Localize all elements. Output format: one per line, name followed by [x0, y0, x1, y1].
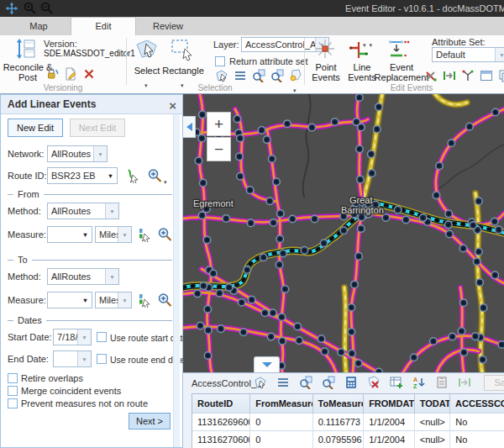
from-unit-select[interactable]: Miles	[95, 226, 132, 243]
pick-from-measure-icon[interactable]	[137, 227, 152, 242]
svg-text:A: A	[413, 377, 417, 382]
column-header[interactable]: FromMeasure	[250, 394, 312, 414]
network-select-arrow[interactable]	[93, 146, 107, 161]
save-button[interactable]: Save	[484, 375, 504, 391]
return-attribute-set-checkbox[interactable]	[215, 56, 225, 66]
start-date-combo[interactable]: 7/18/	[53, 329, 92, 345]
to-unit-arrow[interactable]	[118, 293, 131, 308]
close-icon[interactable]	[169, 98, 176, 113]
route-id-combo-arrow[interactable]	[104, 168, 117, 183]
zoom-to-from-measure-icon[interactable]	[157, 227, 172, 242]
versioning-group-label: Versioning	[0, 83, 126, 92]
show-records-icon[interactable]	[276, 376, 290, 389]
from-measure-label: Measure:	[8, 229, 46, 240]
panel-scrollbar[interactable]	[173, 114, 180, 447]
attribute-set-label: Attribute Set:	[432, 37, 486, 47]
end-date-combo[interactable]	[53, 350, 92, 367]
lock-icon[interactable]	[45, 67, 59, 81]
layer-label: Layer:	[213, 40, 239, 50]
field-calculator-icon[interactable]	[344, 376, 358, 389]
to-unit-select[interactable]: Miles	[95, 292, 132, 308]
cell-tomeasure: 0.0795596	[313, 431, 365, 448]
copy-attributes-icon[interactable]	[435, 376, 449, 389]
show-records-icon[interactable]	[234, 69, 247, 82]
pan-icon[interactable]	[5, 2, 18, 15]
use-route-start-date-checkbox[interactable]	[97, 332, 107, 342]
zoom-to-selection-icon[interactable]	[252, 69, 265, 82]
point-events-button[interactable]: Point Events	[307, 63, 344, 82]
column-header[interactable]: TODATE	[415, 394, 450, 414]
line-events-dropdown-icon[interactable]	[363, 35, 373, 50]
table-row[interactable]: 11316269600 0 0.1116773 1/1/2004 <null> …	[192, 414, 504, 431]
to-measure-arrow[interactable]	[79, 293, 92, 308]
from-measure-arrow[interactable]	[79, 227, 92, 242]
route-id-combo[interactable]: BSR23 EB	[47, 167, 118, 184]
zoom-to-route-icon[interactable]	[147, 168, 162, 183]
cell-todate: <null>	[415, 414, 450, 431]
event-window-icon[interactable]	[480, 69, 493, 82]
use-route-end-date-checkbox[interactable]	[97, 354, 107, 364]
zoom-in-icon[interactable]	[24, 2, 36, 14]
column-header[interactable]: FROMDATE	[364, 394, 415, 414]
column-header[interactable]: ACCESSCONTROL	[450, 394, 504, 414]
next-button[interactable]: Next >	[129, 413, 171, 430]
prevent-measures-checkbox[interactable]	[8, 398, 18, 408]
measure-event-icon[interactable]	[443, 69, 456, 82]
pan-to-selection-icon[interactable]	[270, 69, 284, 82]
network-label: Network:	[8, 149, 44, 159]
zoom-out-icon[interactable]	[40, 2, 53, 14]
chevron-down-icon	[261, 361, 273, 368]
cell-frommeasure: 0	[250, 431, 312, 448]
start-date-label: Start Date:	[8, 332, 52, 342]
rectangle-button[interactable]: Rectangle	[160, 66, 207, 76]
edit-version-icon[interactable]	[64, 67, 77, 81]
end-date-arrow[interactable]	[77, 351, 91, 366]
new-edit-button[interactable]: New Edit	[8, 119, 63, 137]
map-zoom-in-button[interactable]: +	[207, 112, 231, 136]
tab-edit[interactable]: Edit	[71, 17, 136, 35]
zoom-to-selection-icon[interactable]	[299, 376, 312, 389]
rectangle-tool-icon	[170, 37, 195, 62]
from-method-arrow[interactable]	[105, 203, 118, 219]
tab-review[interactable]: Review	[136, 17, 200, 35]
from-method-select[interactable]: AllRoutes	[47, 203, 119, 219]
pick-to-measure-icon[interactable]	[137, 293, 152, 308]
table-row[interactable]: 11316270600 0 0.0795596 1/1/2004 <null> …	[192, 431, 504, 448]
delete-event-icon[interactable]	[424, 69, 438, 82]
to-measure-combo[interactable]	[47, 292, 92, 308]
to-method-select[interactable]: AllRoutes	[47, 268, 119, 285]
add-records-icon[interactable]	[390, 376, 403, 389]
merge-coincident-checkbox[interactable]	[8, 386, 18, 396]
copy-event-icon[interactable]	[498, 69, 504, 82]
network-select[interactable]: AllRoutes	[47, 145, 108, 162]
from-measure-combo[interactable]	[47, 226, 92, 243]
column-header[interactable]: RouteID	[192, 394, 250, 414]
attribute-set-select[interactable]: Default	[432, 47, 504, 62]
toggle-table-button[interactable]	[254, 356, 280, 372]
select-features-icon[interactable]	[215, 69, 228, 82]
select-features-icon[interactable]	[254, 376, 267, 389]
event-replacement-button[interactable]: Event Replacement	[373, 63, 430, 82]
to-method-arrow[interactable]	[105, 269, 118, 284]
split-event-icon[interactable]	[461, 69, 475, 82]
attribute-set-arrow[interactable]	[495, 48, 504, 61]
collapse-panel-button[interactable]	[183, 116, 196, 138]
zoom-to-to-measure-icon[interactable]	[157, 293, 172, 308]
sort-icon[interactable]: AZ	[412, 376, 426, 389]
tab-map[interactable]: Map	[7, 17, 71, 35]
map-zoom-out-button[interactable]: −	[207, 137, 231, 161]
map-view[interactable]: Egremont Great Barrington + −	[183, 94, 504, 372]
clear-selection-icon[interactable]	[367, 376, 381, 389]
from-unit-arrow[interactable]	[118, 227, 131, 242]
from-unit-value: Miles	[96, 229, 118, 240]
pan-to-selection-icon[interactable]	[322, 376, 335, 389]
apply-offset-icon[interactable]	[458, 376, 471, 389]
column-header[interactable]: ToMeasure	[313, 394, 365, 414]
delete-version-icon[interactable]	[82, 67, 96, 81]
start-date-arrow[interactable]	[77, 329, 91, 345]
retire-overlaps-checkbox[interactable]	[8, 373, 18, 383]
next-edit-button[interactable]: Next Edit	[70, 119, 125, 137]
zoom-to-route-dropdown-icon[interactable]	[164, 172, 167, 187]
pick-route-icon[interactable]	[125, 168, 140, 183]
grid-header-row: RouteID FromMeasure ToMeasure FROMDATE T…	[192, 394, 504, 414]
